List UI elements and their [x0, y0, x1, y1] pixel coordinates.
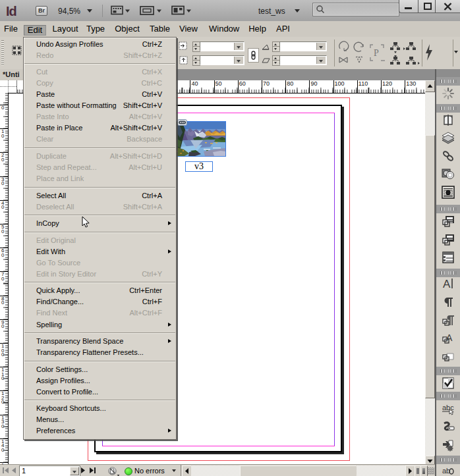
- svg-text:P: P: [374, 48, 379, 58]
- svg-text:abc: abc: [442, 404, 454, 411]
- svg-text:A: A: [443, 278, 451, 290]
